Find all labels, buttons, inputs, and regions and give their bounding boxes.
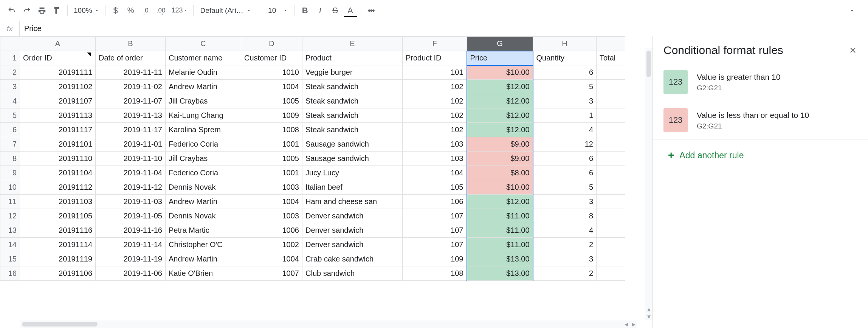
column-header-I[interactable]: [597, 37, 625, 51]
row-header-12[interactable]: 12: [0, 209, 20, 223]
cell[interactable]: [597, 266, 625, 281]
cell[interactable]: 1005: [241, 94, 302, 108]
cell[interactable]: Christopher O'C: [166, 238, 241, 252]
column-header-H[interactable]: H: [533, 37, 597, 51]
cell[interactable]: Date of order: [96, 51, 166, 65]
cell[interactable]: 20191116: [20, 223, 96, 238]
cell[interactable]: $11.00: [467, 223, 533, 238]
cell[interactable]: 2019-11-04: [96, 166, 166, 180]
cell[interactable]: 5: [533, 180, 597, 195]
cell[interactable]: [597, 80, 625, 94]
cell[interactable]: 5: [533, 80, 597, 94]
cell[interactable]: 2019-11-17: [96, 123, 166, 137]
cell[interactable]: 106: [403, 195, 467, 209]
cell[interactable]: 1004: [241, 252, 302, 266]
cell[interactable]: Ham and cheese san: [302, 195, 403, 209]
row-header-6[interactable]: 6: [0, 123, 20, 137]
row-header-9[interactable]: 9: [0, 166, 20, 180]
column-header-G[interactable]: G: [467, 37, 533, 51]
cell[interactable]: 2019-11-13: [96, 108, 166, 123]
cell[interactable]: 20191112: [20, 180, 96, 195]
close-sidebar-button[interactable]: [848, 46, 857, 55]
cell[interactable]: 2019-11-14: [96, 238, 166, 252]
cell[interactable]: 2019-11-06: [96, 266, 166, 281]
cell[interactable]: 1: [533, 108, 597, 123]
cell[interactable]: 3: [533, 94, 597, 108]
cell[interactable]: Melanie Oudin: [166, 65, 241, 80]
column-header-C[interactable]: C: [166, 37, 241, 51]
cell[interactable]: 1004: [241, 80, 302, 94]
cell[interactable]: Steak sandwich: [302, 123, 403, 137]
cell[interactable]: $12.00: [467, 195, 533, 209]
cell[interactable]: Andrew Martin: [166, 252, 241, 266]
cell[interactable]: 102: [403, 80, 467, 94]
cell[interactable]: 1005: [241, 152, 302, 166]
row-header-7[interactable]: 7: [0, 137, 20, 152]
zoom-dropdown[interactable]: 100%: [71, 6, 102, 15]
cell[interactable]: Katie O'Brien: [166, 266, 241, 281]
cell[interactable]: 2: [533, 266, 597, 281]
cell[interactable]: Denver sandwich: [302, 223, 403, 238]
row-header-16[interactable]: 16: [0, 266, 20, 281]
cell[interactable]: [597, 223, 625, 238]
cell[interactable]: Customer name: [166, 51, 241, 65]
cell[interactable]: $12.00: [467, 94, 533, 108]
font-size-dropdown[interactable]: 10: [261, 6, 291, 15]
cell[interactable]: 1001: [241, 166, 302, 180]
cell[interactable]: 20191110: [20, 152, 96, 166]
cell[interactable]: 1003: [241, 180, 302, 195]
add-rule-button[interactable]: + Add another rule: [653, 139, 868, 171]
cell[interactable]: 4: [533, 123, 597, 137]
cell[interactable]: 6: [533, 65, 597, 80]
cell[interactable]: Product: [302, 51, 403, 65]
cell[interactable]: [597, 180, 625, 195]
scroll-up-arrow[interactable]: ▴: [645, 305, 653, 313]
cell[interactable]: 109: [403, 252, 467, 266]
cell[interactable]: 103: [403, 152, 467, 166]
cell[interactable]: 2019-11-07: [96, 94, 166, 108]
cell[interactable]: Steak sandwich: [302, 94, 403, 108]
currency-button[interactable]: $: [108, 3, 123, 18]
cell[interactable]: 3: [533, 252, 597, 266]
cell[interactable]: 20191106: [20, 266, 96, 281]
cell[interactable]: 1002: [241, 238, 302, 252]
cell[interactable]: 20191101: [20, 137, 96, 152]
cell[interactable]: [597, 209, 625, 223]
more-toolbar-button[interactable]: •••: [364, 6, 378, 15]
cell[interactable]: Order ID: [20, 51, 96, 65]
row-header-8[interactable]: 8: [0, 152, 20, 166]
row-header-5[interactable]: 5: [0, 108, 20, 123]
row-header-3[interactable]: 3: [0, 80, 20, 94]
cell[interactable]: 2019-11-12: [96, 180, 166, 195]
cell[interactable]: 2019-11-05: [96, 209, 166, 223]
cell[interactable]: 108: [403, 266, 467, 281]
scrollbar-thumb[interactable]: [22, 322, 98, 326]
row-header-10[interactable]: 10: [0, 180, 20, 195]
font-dropdown[interactable]: Default (Ari…: [197, 6, 255, 15]
cell[interactable]: 20191104: [20, 166, 96, 180]
filter-icon[interactable]: [87, 53, 91, 56]
cell[interactable]: $12.00: [467, 80, 533, 94]
column-header-D[interactable]: D: [241, 37, 302, 51]
cell[interactable]: Quantity: [533, 51, 597, 65]
cell[interactable]: [597, 252, 625, 266]
cell[interactable]: Denver sandwich: [302, 209, 403, 223]
cell[interactable]: Andrew Martin: [166, 195, 241, 209]
cell[interactable]: 1006: [241, 223, 302, 238]
italic-button[interactable]: I: [313, 3, 327, 18]
cell[interactable]: $10.00: [467, 65, 533, 80]
cell[interactable]: Veggie burger: [302, 65, 403, 80]
cell[interactable]: $9.00: [467, 152, 533, 166]
cell[interactable]: 2019-11-01: [96, 137, 166, 152]
cell[interactable]: Steak sandwich: [302, 108, 403, 123]
cell[interactable]: 20191107: [20, 94, 96, 108]
cell[interactable]: Crab cake sandwich: [302, 252, 403, 266]
cell[interactable]: [597, 152, 625, 166]
cell[interactable]: $11.00: [467, 209, 533, 223]
cell[interactable]: $12.00: [467, 123, 533, 137]
cell[interactable]: 2019-11-03: [96, 195, 166, 209]
cell[interactable]: [597, 238, 625, 252]
cell[interactable]: 2: [533, 238, 597, 252]
strikethrough-button[interactable]: S: [328, 3, 343, 18]
cell[interactable]: 107: [403, 223, 467, 238]
